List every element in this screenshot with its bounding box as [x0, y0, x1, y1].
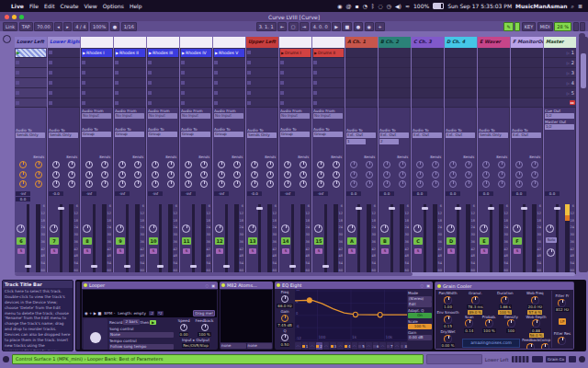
grain-param-value[interactable]: 1.00	[443, 305, 453, 309]
clip-slot[interactable]	[345, 88, 378, 98]
clip-stop-button[interactable]	[280, 61, 284, 64]
volume-fader-handle[interactable]	[521, 207, 527, 210]
solo-button[interactable]: S	[249, 248, 256, 254]
clip-slot[interactable]	[379, 78, 411, 88]
send-knob-F[interactable]	[366, 180, 373, 188]
clip-slot[interactable]: ▶Rhodes II	[114, 48, 146, 58]
eq-freq-knob[interactable]	[281, 295, 288, 303]
volume-fader-handle[interactable]	[289, 265, 296, 268]
clip-slot[interactable]	[379, 58, 411, 68]
send-knob-A[interactable]	[383, 161, 390, 168]
clip-slot[interactable]: ▶Rhodes I	[81, 48, 113, 58]
looper-io-value[interactable]: Rec/OVR/Stop	[182, 343, 209, 348]
volume-fader-track[interactable]	[324, 204, 327, 272]
clip-slot[interactable]	[81, 58, 113, 68]
pan-knob[interactable]	[248, 224, 256, 233]
track-activator-button[interactable]: 14	[281, 237, 290, 245]
send-knob-A[interactable]	[218, 161, 225, 168]
eq-mode-select[interactable]: (Stereo)	[408, 296, 432, 302]
grain-cooler-title-bar[interactable]: Grain Cooler	[435, 282, 573, 290]
status-icon-8[interactable]: ≈	[405, 3, 410, 9]
audio-to-chooser[interactable]: Sends Only	[247, 132, 277, 138]
send-knob-D[interactable]	[233, 171, 241, 178]
eq-band-1-toggle[interactable]: 1	[302, 342, 309, 350]
track-activator-button[interactable]: 10	[149, 237, 158, 245]
track-activator-button[interactable]: F	[513, 237, 522, 245]
pan-knob[interactable]	[182, 224, 190, 233]
clip-stop-button[interactable]	[16, 61, 19, 64]
audio-to-chooser[interactable]: Group	[313, 132, 343, 137]
clip-stop-button[interactable]	[148, 71, 152, 75]
send-knob-B[interactable]	[101, 161, 108, 168]
send-knob-B[interactable]	[134, 161, 141, 168]
pan-knob[interactable]	[50, 224, 58, 233]
clip-stop-button[interactable]	[214, 101, 218, 105]
clip-slot[interactable]	[445, 88, 477, 98]
audio-to-chooser[interactable]: Group	[82, 132, 111, 137]
clip-slot[interactable]	[246, 78, 278, 88]
track-header-lower-left[interactable]: Lower Left	[15, 37, 47, 48]
follow-button[interactable]	[514, 22, 520, 31]
menubar-user[interactable]: MusicManAsman	[515, 3, 568, 9]
pan-knob[interactable]	[281, 224, 289, 233]
solo-button[interactable]: S	[183, 248, 190, 254]
track-activator-button[interactable]: B	[380, 237, 390, 245]
looper-half-button[interactable]: :2	[149, 311, 154, 316]
send-knob-C[interactable]	[284, 171, 291, 178]
grain-param-knob[interactable]	[558, 337, 566, 345]
new-button[interactable]: +	[375, 22, 384, 31]
track-header[interactable]	[279, 37, 311, 48]
scene-slot[interactable]: ▷2	[544, 58, 576, 68]
volume-value-field[interactable]: 0.0	[545, 191, 560, 196]
send-knob-A[interactable]	[482, 161, 490, 168]
midi-map-button[interactable]: MIDI	[537, 22, 553, 31]
clip-stop-button[interactable]	[247, 81, 251, 85]
volume-value-field[interactable]: 0.0	[512, 191, 526, 196]
groove-amount-field[interactable]: 100%	[90, 22, 108, 31]
send-knob-F[interactable]	[300, 180, 307, 188]
volume-fader-handle[interactable]	[554, 207, 560, 210]
clip-stop-button[interactable]	[181, 61, 185, 64]
volume-fader-handle[interactable]	[223, 265, 230, 268]
grain-param-knob[interactable]	[507, 319, 515, 328]
clip-slot[interactable]	[511, 58, 543, 68]
track-header[interactable]	[180, 37, 212, 48]
scene-play-icon[interactable]: ▷	[567, 51, 570, 55]
menu-item-file[interactable]: File	[29, 3, 39, 9]
audio-to-chooser[interactable]: Ext. Out	[413, 132, 442, 138]
audio-from-chooser[interactable]: No Input	[115, 113, 144, 119]
track-header-c-ch-3[interactable]: C Ch. 3	[412, 37, 444, 48]
send-knob-C[interactable]	[85, 171, 93, 178]
clip-slot[interactable]	[478, 48, 510, 58]
audio-to-chooser[interactable]: Ext. Out	[512, 132, 541, 138]
solo-button[interactable]: S	[51, 248, 58, 254]
volume-fader-handle[interactable]	[25, 265, 31, 268]
clip-drums-i[interactable]: ▶Drums I	[280, 49, 311, 57]
clip-play-icon[interactable]: ▶	[149, 51, 152, 55]
clip-play-icon[interactable]: ▶	[83, 51, 85, 55]
track-activator-button[interactable]: 9	[116, 237, 125, 245]
clip-stop-button[interactable]	[115, 101, 119, 105]
key-map-button[interactable]: KEY	[522, 22, 537, 31]
grain-param-value[interactable]: 100	[506, 328, 515, 333]
volume-value-field[interactable]: -inf	[313, 191, 328, 196]
clip-stop-button[interactable]	[214, 71, 218, 75]
clip-slot[interactable]	[81, 88, 113, 98]
send-knob-B[interactable]	[68, 161, 75, 168]
volume-fader-handle[interactable]	[58, 207, 64, 210]
send-knob-B[interactable]	[167, 161, 175, 168]
looper-song-control-select[interactable]: None	[109, 332, 174, 338]
clip-slot[interactable]	[412, 78, 444, 88]
clip-stop-button[interactable]	[115, 71, 119, 75]
clip-stop-button[interactable]	[247, 51, 251, 54]
clip-slot[interactable]	[279, 58, 311, 68]
clip-rhodes-ii[interactable]: ▶Rhodes II	[115, 49, 145, 57]
send-knob-C[interactable]	[350, 171, 357, 178]
send-knob-C[interactable]	[19, 171, 27, 178]
clip-slot[interactable]	[412, 88, 444, 98]
grain-param-knob[interactable]	[444, 316, 452, 324]
clip-slot[interactable]	[412, 48, 444, 58]
send-knob-E[interactable]	[152, 180, 159, 188]
send-knob-C[interactable]	[251, 171, 258, 178]
send-knob-C[interactable]	[482, 171, 490, 178]
